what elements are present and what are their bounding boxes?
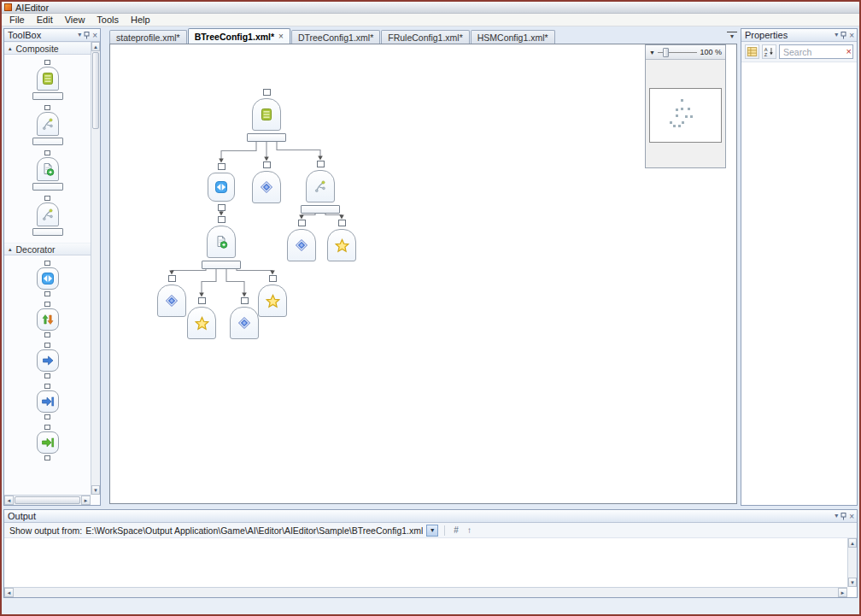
minimap[interactable] <box>649 88 722 143</box>
scroll-down-icon[interactable]: ▼ <box>91 485 100 495</box>
forward-decorator[interactable] <box>37 343 59 378</box>
zoom-slider-thumb[interactable] <box>663 48 669 57</box>
tab-close-icon[interactable]: × <box>278 32 284 41</box>
chevron-down-icon[interactable]: ▼ <box>649 50 655 56</box>
scroll-left-icon[interactable]: ◄ <box>4 588 14 597</box>
menu-item-help[interactable]: Help <box>125 15 156 25</box>
updown-decorator[interactable] <box>37 302 59 337</box>
selector-node[interactable] <box>32 105 63 145</box>
until-success-decorator[interactable] <box>37 425 59 461</box>
toolbox-sections: ▴Composite▴Decorator <box>4 42 91 495</box>
tab-overflow-icon[interactable]: ▾ <box>727 32 737 40</box>
zoom-percent: 100 % <box>700 48 722 56</box>
tree-node-sequence-list-icon[interactable] <box>247 89 286 142</box>
scroll-left-icon[interactable]: ◄ <box>4 496 14 505</box>
tree-node-condition-diamond-icon[interactable] <box>282 220 321 261</box>
tab-btreeconfig1-xml-[interactable]: BTreeConfig1.xml*× <box>188 28 290 44</box>
tree-node-branch-icon[interactable] <box>301 161 340 214</box>
tab-hsmconfig1-xml-[interactable]: HSMConfig1.xml* <box>471 30 555 44</box>
toolbox-horizontal-scrollbar[interactable]: ◄ ► <box>4 495 91 505</box>
svg-text:Z: Z <box>764 52 768 57</box>
scroll-up-icon[interactable]: ▲ <box>848 538 857 548</box>
az-sort-icon: A Z <box>764 46 775 57</box>
action-star-icon <box>335 238 349 253</box>
scroll-right-icon[interactable]: ► <box>81 496 91 505</box>
categorized-icon <box>747 46 758 57</box>
minimap-node <box>682 121 684 124</box>
minimap-node <box>690 115 693 118</box>
pin-icon[interactable] <box>84 32 90 39</box>
random-selector-node[interactable] <box>32 196 63 236</box>
tree-node-action-star-icon[interactable] <box>182 297 221 339</box>
tree-node-action-star-icon[interactable] <box>322 220 361 261</box>
output-hash-icon[interactable]: # <box>451 525 461 535</box>
loop-decorator[interactable] <box>37 261 59 296</box>
btree-canvas[interactable]: ▼ 100 % <box>109 44 737 504</box>
scroll-up-icon[interactable]: ▲ <box>91 42 100 51</box>
node-body <box>37 202 59 226</box>
node-body <box>306 170 335 202</box>
until-fail-decorator[interactable] <box>37 384 59 419</box>
combo-dropdown-icon[interactable]: ▼ <box>426 525 438 537</box>
search-input[interactable] <box>779 44 853 59</box>
close-icon[interactable]: × <box>849 32 854 39</box>
bottom-connector <box>44 455 50 461</box>
sequence-node[interactable] <box>32 60 63 100</box>
scrollbar-thumb[interactable] <box>15 496 80 504</box>
scroll-down-icon[interactable]: ▼ <box>848 578 857 587</box>
chevron-down-icon[interactable]: ▾ <box>78 32 81 38</box>
menu-item-view[interactable]: View <box>59 15 91 25</box>
top-connector <box>44 384 50 389</box>
menu-item-edit[interactable]: Edit <box>31 15 59 25</box>
top-connector <box>263 161 271 168</box>
node-body <box>287 229 316 261</box>
output-vertical-scrollbar[interactable]: ▲ ▼ <box>847 538 857 587</box>
categorized-view-button[interactable] <box>745 44 759 59</box>
minimap-node <box>685 115 688 118</box>
tree-node-loop-arrows-icon[interactable] <box>202 163 241 211</box>
subtree-run-node[interactable] <box>32 150 63 191</box>
section-header-decorator[interactable]: ▴Decorator <box>4 243 91 255</box>
minimap-node <box>681 99 683 102</box>
children-bar <box>32 138 63 145</box>
tree-node-condition-diamond-icon[interactable] <box>247 161 286 203</box>
tree-edges <box>110 44 737 504</box>
toolbar-separator <box>444 525 445 536</box>
properties-body <box>741 62 857 505</box>
top-connector <box>198 297 206 304</box>
tab-dtreeconfig1-xml-[interactable]: DTreeConfig1.xml* <box>291 30 380 44</box>
tab-stateprofile-xml-[interactable]: stateprofile.xml* <box>109 30 187 44</box>
output-content[interactable]: ▲ ▼ ◄ ► <box>4 538 857 597</box>
scroll-right-icon[interactable]: ► <box>838 588 847 597</box>
tab-fruleconfig1-xml-[interactable]: FRuleConfig1.xml* <box>381 30 470 44</box>
search-clear-icon[interactable]: × <box>846 46 852 56</box>
toolbox-vertical-scrollbar[interactable]: ▲ ▼ <box>91 42 100 495</box>
top-connector <box>263 89 271 96</box>
output-source-combobox[interactable]: E:\WorkSpace\Output Application\Game\AI\… <box>85 525 423 536</box>
properties-toolbar: A Z × <box>741 42 857 62</box>
output-arrow-icon[interactable]: ↑ <box>465 525 474 535</box>
chevron-down-icon[interactable]: ▾ <box>835 513 838 519</box>
output-panel: Output ▾ × Show output from: E:\WorkSpac… <box>3 509 858 598</box>
properties-panel: Properties ▾ × <box>741 28 858 506</box>
chevron-down-icon[interactable]: ▾ <box>835 32 838 38</box>
node-body <box>207 226 236 258</box>
menu-item-tools[interactable]: Tools <box>91 15 125 25</box>
tree-node-action-star-icon[interactable] <box>253 275 292 317</box>
zoom-slider[interactable] <box>658 52 698 53</box>
pin-icon[interactable] <box>840 513 846 520</box>
tree-node-document-run-icon[interactable] <box>202 216 241 269</box>
expander-arrow-icon: ▴ <box>9 45 12 52</box>
tab-label: HSMConfig1.xml* <box>477 32 548 43</box>
tab-label: FRuleConfig1.xml* <box>388 32 463 43</box>
canvas-surface[interactable] <box>110 44 736 503</box>
output-horizontal-scrollbar[interactable]: ◄ ► <box>4 587 847 597</box>
close-icon[interactable]: × <box>92 32 97 39</box>
node-body <box>252 98 281 131</box>
menu-item-file[interactable]: File <box>3 15 31 25</box>
scrollbar-thumb[interactable] <box>92 52 99 129</box>
pin-icon[interactable] <box>840 32 846 39</box>
alphabetical-sort-button[interactable]: A Z <box>762 44 776 59</box>
close-icon[interactable]: × <box>849 513 854 520</box>
section-header-composite[interactable]: ▴Composite <box>4 42 91 55</box>
